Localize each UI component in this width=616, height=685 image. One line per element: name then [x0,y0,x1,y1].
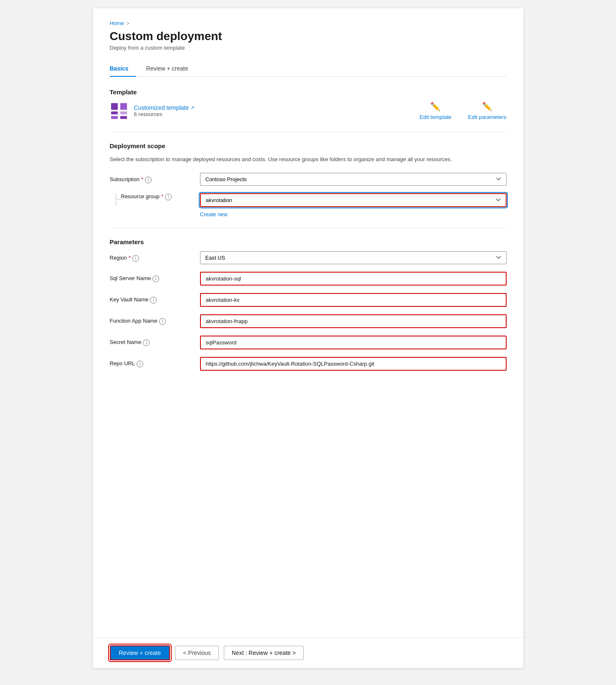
function-app-name-row: Function App Name i [110,314,507,328]
breadcrumb-separator: > [127,21,129,26]
create-new-link[interactable]: Create new [200,211,228,217]
footer: Review + create < Previous Next : Review… [93,637,523,668]
subscription-row: Subscription * i Contoso Projects [110,173,507,186]
repo-url-label: Repo URL i [110,357,193,367]
subscription-info-icon[interactable]: i [145,177,152,183]
edit-parameters-button[interactable]: ✏️ Edit parameters [468,101,507,120]
page-title: Custom deployment [110,30,507,43]
rg-info-icon[interactable]: i [165,194,172,200]
edit-template-button[interactable]: ✏️ Edit template [420,101,451,120]
rg-indent: Resource group * i [110,193,193,206]
repo-url-row: Repo URL i [110,357,507,371]
tabs-container: Basics Review + create [110,61,507,77]
resource-group-row: Resource group * i akvrotation Create ne… [110,193,507,218]
rg-select-wrapper: akvrotation Create new [200,193,507,218]
key-vault-name-label: Key Vault Name i [110,293,193,303]
sql-server-name-label: Sql Server Name i [110,272,193,282]
breadcrumb: Home > [110,20,507,26]
sql-server-name-row: Sql Server Name i [110,272,507,286]
template-icon [110,102,128,120]
sql-server-name-input[interactable] [200,272,507,286]
subscription-required: * [141,176,143,182]
template-resources: 6 resources [134,111,195,117]
resource-group-label: Resource group * i [121,193,172,206]
divider-2 [110,228,507,228]
rg-required: * [161,193,163,200]
template-section-title: Template [110,88,507,96]
svg-rect-4 [111,116,118,119]
parameters-section: Parameters Region * i East US Sql Server… [110,238,507,371]
subscription-select[interactable]: Contoso Projects [200,173,507,186]
sql-server-name-control [200,272,507,286]
review-create-button[interactable]: Review + create [110,645,170,660]
key-vault-name-control [200,293,507,307]
repo-url-info-icon[interactable]: i [137,361,143,367]
previous-button[interactable]: < Previous [175,646,219,660]
sql-server-info-icon[interactable]: i [152,276,159,282]
function-app-name-control [200,314,507,328]
key-vault-info-icon[interactable]: i [150,297,157,303]
template-name-link[interactable]: Customized template ↗ [134,104,195,111]
svg-rect-2 [111,111,118,114]
region-label: Region * i [110,251,193,262]
region-control: East US [200,251,507,264]
divider-1 [110,132,507,132]
tab-review-create[interactable]: Review + create [146,61,196,77]
resource-group-select[interactable]: akvrotation [200,193,507,207]
function-app-name-input[interactable] [200,314,507,328]
breadcrumb-home[interactable]: Home [110,20,124,26]
region-required: * [129,255,131,261]
region-row: Region * i East US [110,251,507,264]
external-link-icon: ↗ [190,105,195,111]
repo-url-input[interactable] [200,357,507,371]
region-info-icon[interactable]: i [132,255,139,262]
subscription-control: Contoso Projects [200,173,507,186]
secret-name-input[interactable] [200,336,507,349]
edit-template-icon: ✏️ [430,101,441,111]
repo-url-control [200,357,507,371]
tab-basics[interactable]: Basics [110,61,136,77]
deployment-scope-section: Deployment scope Select the subscription… [110,142,507,218]
template-actions: ✏️ Edit template ✏️ Edit parameters [420,101,507,120]
deployment-scope-title: Deployment scope [110,142,507,149]
edit-parameters-icon: ✏️ [482,101,492,111]
svg-rect-3 [120,111,127,114]
key-vault-name-row: Key Vault Name i [110,293,507,307]
template-section: Template [110,88,507,120]
function-app-info-icon[interactable]: i [159,318,166,325]
function-app-name-label: Function App Name i [110,314,193,325]
page-subtitle: Deploy from a custom template [110,45,507,51]
key-vault-name-input[interactable] [200,293,507,307]
secret-name-info-icon[interactable]: i [143,339,150,346]
svg-rect-1 [120,103,127,110]
secret-name-label: Secret Name i [110,336,193,346]
next-button[interactable]: Next : Review + create > [224,646,304,660]
deployment-scope-description: Select the subscription to manage deploy… [110,155,507,164]
parameters-title: Parameters [110,238,507,245]
region-select[interactable]: East US [200,251,507,264]
svg-rect-0 [111,103,118,110]
subscription-label: Subscription * i [110,173,193,183]
svg-rect-5 [120,116,127,119]
secret-name-control [200,336,507,349]
secret-name-row: Secret Name i [110,336,507,349]
